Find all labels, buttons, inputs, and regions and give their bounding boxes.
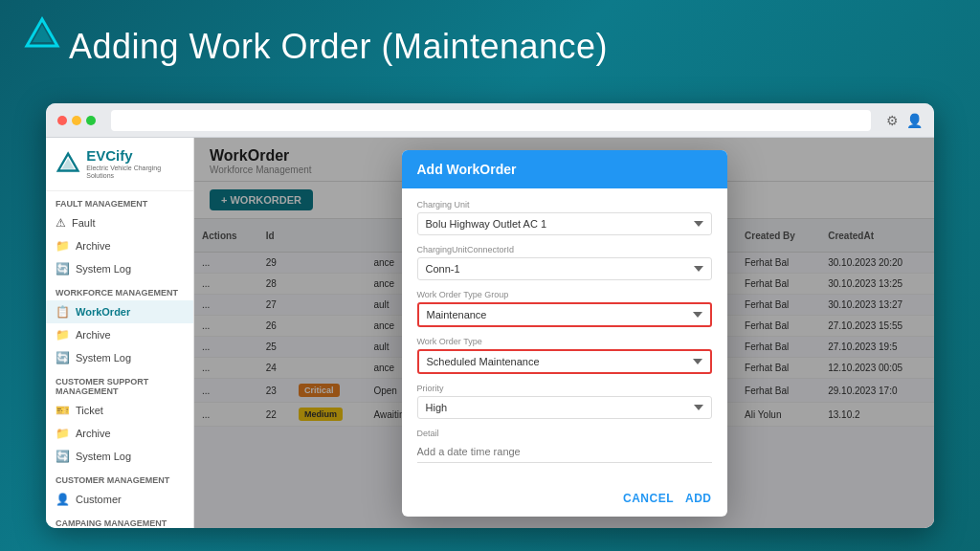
- sidebar-item-customer-label: Customer: [76, 494, 122, 505]
- archive-icon: 📁: [56, 239, 70, 253]
- workforce-syslog-icon: 🔄: [56, 351, 70, 364]
- form-group-charging-unit: Charging Unit Bolu Highway Outlet AC 1: [417, 200, 712, 235]
- main-content: WorkOrder Workforce Management + WORKORD…: [194, 138, 934, 528]
- dot-red: [57, 116, 67, 125]
- sidebar-item-workforce-archive-label: Archive: [76, 329, 111, 341]
- input-detail[interactable]: [417, 441, 712, 463]
- sidebar-item-ticket-label: Ticket: [76, 405, 103, 416]
- add-workorder-modal: Add WorkOrder Charging Unit Bolu Highway…: [402, 150, 727, 517]
- support-syslog-icon: 🔄: [56, 450, 70, 463]
- ticket-icon: 🎫: [56, 404, 70, 417]
- form-group-priority: Priority High: [417, 384, 712, 419]
- form-group-type: Work Order Type Scheduled Maintenance: [417, 337, 712, 374]
- browser-card: ⚙ 👤 EVCify Electric Vehicle Charging Sol…: [46, 103, 934, 528]
- workforce-archive-icon: 📁: [56, 328, 70, 342]
- sidebar-item-fault-label: Fault: [72, 217, 95, 229]
- fault-icon: ⚠: [56, 216, 66, 230]
- form-group-detail: Detail: [417, 429, 712, 463]
- select-type-group[interactable]: Maintenance: [417, 302, 712, 327]
- customer-icon: 👤: [56, 493, 70, 506]
- sidebar-item-fault[interactable]: ⚠ Fault: [46, 211, 193, 234]
- sidebar-item-workforce-archive[interactable]: 📁 Archive: [46, 323, 193, 346]
- syslog-icon: 🔄: [56, 262, 70, 276]
- modal-overlay: Add WorkOrder Charging Unit Bolu Highway…: [194, 138, 934, 528]
- modal-title: Add WorkOrder: [417, 162, 712, 177]
- support-archive-icon: 📁: [56, 427, 70, 440]
- section-customer-management: Customer Management: [46, 468, 193, 488]
- section-campaing-management: Campaing Management: [46, 511, 193, 528]
- sidebar-logo-svg: [56, 150, 80, 177]
- select-charging-unit[interactable]: Bolu Highway Outlet AC 1: [417, 212, 712, 235]
- cancel-button[interactable]: CANCEL: [623, 492, 674, 505]
- label-type-group: Work Order Type Group: [417, 290, 712, 299]
- sidebar-item-support-syslog[interactable]: 🔄 System Log: [46, 445, 193, 468]
- select-type[interactable]: Scheduled Maintenance: [417, 349, 712, 374]
- sidebar-logo: EVCify Electric Vehicle Charging Solutio…: [46, 138, 193, 191]
- modal-footer: CANCEL ADD: [402, 484, 727, 517]
- sidebar-item-support-archive[interactable]: 📁 Archive: [46, 422, 193, 445]
- sidebar-item-fault-archive[interactable]: 📁 Archive: [46, 234, 193, 257]
- label-connector: ChargingUnitConnectorId: [417, 245, 712, 254]
- browser-bar: ⚙ 👤: [46, 103, 934, 138]
- sidebar-item-workforce-syslog[interactable]: 🔄 System Log: [46, 346, 193, 369]
- settings-icon[interactable]: ⚙: [886, 113, 899, 128]
- modal-header: Add WorkOrder: [402, 150, 727, 188]
- form-group-type-group: Work Order Type Group Maintenance: [417, 290, 712, 327]
- top-logo-icon: [23, 15, 61, 54]
- label-priority: Priority: [417, 384, 712, 393]
- sidebar-item-fault-syslog-label: System Log: [76, 263, 131, 275]
- sidebar-item-fault-archive-label: Archive: [76, 240, 111, 252]
- user-icon[interactable]: 👤: [906, 113, 923, 128]
- label-charging-unit: Charging Unit: [417, 200, 712, 209]
- workorder-icon: 📋: [56, 305, 70, 319]
- sidebar-item-workforce-syslog-label: System Log: [76, 352, 131, 364]
- browser-toolbar-icons: ⚙ 👤: [886, 113, 923, 128]
- dot-green: [86, 116, 96, 125]
- select-connector[interactable]: Conn-1: [417, 257, 712, 280]
- label-detail: Detail: [417, 429, 712, 438]
- sidebar: EVCify Electric Vehicle Charging Solutio…: [46, 138, 194, 528]
- dot-yellow: [72, 116, 81, 125]
- section-fault-management: Fault Management: [46, 191, 193, 211]
- sidebar-item-customer[interactable]: 👤 Customer: [46, 488, 193, 511]
- sidebar-item-ticket[interactable]: 🎫 Ticket: [46, 399, 193, 422]
- label-type: Work Order Type: [417, 337, 712, 346]
- browser-dots: [57, 116, 96, 125]
- sidebar-logo-name: EVCify: [86, 147, 132, 164]
- select-priority[interactable]: High: [417, 396, 712, 419]
- sidebar-logo-text-block: EVCify Electric Vehicle Charging Solutio…: [86, 147, 184, 181]
- sidebar-item-support-archive-label: Archive: [76, 428, 111, 439]
- form-group-connector: ChargingUnitConnectorId Conn-1: [417, 245, 712, 280]
- sidebar-item-workorder[interactable]: 📋 WorkOrder: [46, 300, 193, 323]
- app-layout: EVCify Electric Vehicle Charging Solutio…: [46, 138, 934, 528]
- modal-body: Charging Unit Bolu Highway Outlet AC 1 C…: [402, 188, 727, 484]
- sidebar-logo-sub: Electric Vehicle Charging Solutions: [86, 165, 184, 181]
- sidebar-item-workorder-label: WorkOrder: [76, 306, 130, 318]
- section-customer-support: Customer Support Management: [46, 369, 193, 399]
- sidebar-item-support-syslog-label: System Log: [76, 451, 131, 462]
- sidebar-item-fault-syslog[interactable]: 🔄 System Log: [46, 257, 193, 280]
- section-workforce-management: Workforce Management: [46, 280, 193, 300]
- add-button[interactable]: ADD: [685, 492, 712, 505]
- page-title: Adding Work Order (Maintenance): [69, 27, 608, 67]
- browser-url-bar: [111, 110, 871, 131]
